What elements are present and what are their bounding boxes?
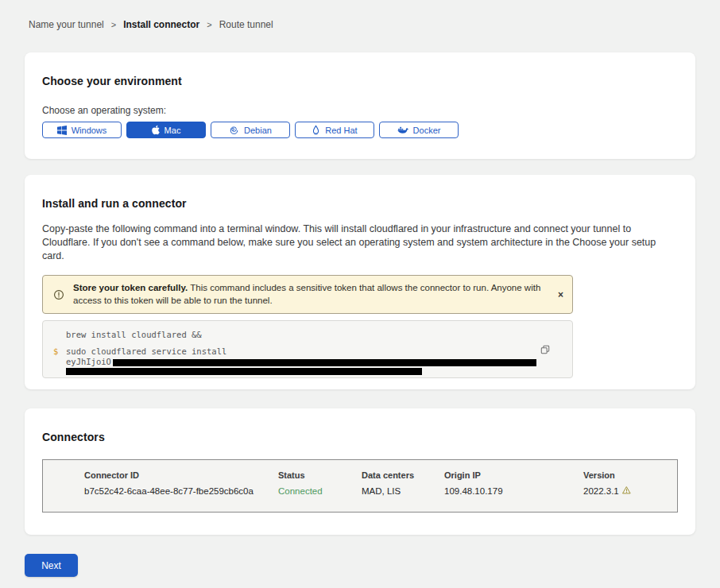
- column-header-data-centers: Data centers: [362, 470, 444, 480]
- breadcrumb-install-connector[interactable]: Install connector: [123, 19, 199, 30]
- os-button-label: Mac: [165, 126, 181, 135]
- os-button-label: Red Hat: [325, 126, 357, 135]
- code-text: sudo cloudflared service install: [66, 346, 226, 357]
- install-command-block: brew install cloudflared && $ sudo cloud…: [42, 320, 573, 378]
- connectors-card: Connectors Connector ID Status Data cent…: [25, 408, 695, 535]
- warning-title: Store your token carefully.: [73, 283, 188, 292]
- connector-id-value: b7c52c42-6caa-48ee-8c77-fbe259cb6c0a: [84, 486, 278, 496]
- column-header-origin-ip: Origin IP: [444, 470, 583, 480]
- copy-command-button[interactable]: [539, 343, 552, 358]
- code-line-2: $ sudo cloudflared service install: [53, 346, 559, 357]
- code-gutter: [53, 330, 66, 340]
- next-button[interactable]: Next: [25, 554, 78, 577]
- code-prompt: $: [53, 346, 66, 357]
- column-header-status: Status: [278, 470, 362, 480]
- os-button-mac[interactable]: Mac: [126, 122, 206, 138]
- status-badge: Connected: [278, 486, 362, 496]
- breadcrumb-name-your-tunnel[interactable]: Name your tunnel: [29, 19, 104, 30]
- os-button-docker[interactable]: Docker: [379, 122, 459, 138]
- install-description: Copy-paste the following command into a …: [42, 222, 678, 263]
- windows-icon: [57, 126, 67, 135]
- install-card-title: Install and run a connector: [42, 197, 678, 210]
- docker-icon: [397, 126, 408, 134]
- os-button-redhat[interactable]: Red Hat: [295, 122, 374, 138]
- column-header-connector-id: Connector ID: [84, 470, 278, 480]
- os-button-label: Docker: [413, 126, 441, 135]
- debian-icon: [229, 125, 239, 135]
- os-button-debian[interactable]: Debian: [211, 122, 290, 138]
- apple-icon: [152, 125, 160, 135]
- breadcrumb-separator: >: [111, 20, 116, 29]
- warning-close-button[interactable]: ×: [558, 290, 563, 300]
- install-connector-card: Install and run a connector Copy-paste t…: [25, 175, 695, 389]
- origin-ip-value: 109.48.10.179: [444, 486, 583, 496]
- data-centers-value: MAD, LIS: [362, 486, 444, 496]
- redhat-icon: [312, 125, 320, 135]
- token-text: eyJhIjoiO: [66, 357, 536, 367]
- code-gutter: [53, 357, 66, 367]
- warning-text: Store your token carefully. This command…: [73, 282, 545, 307]
- os-button-windows[interactable]: Windows: [42, 122, 122, 138]
- connectors-card-title: Connectors: [42, 431, 678, 443]
- os-button-group: Windows Mac Debian Red Hat Docker: [42, 122, 678, 138]
- column-header-version: Version: [583, 470, 677, 480]
- token-warning-banner: Store your token carefully. This command…: [42, 275, 573, 314]
- breadcrumb-separator: >: [207, 20, 211, 29]
- breadcrumb-route-tunnel[interactable]: Route tunnel: [219, 19, 273, 30]
- environment-card: Choose your environment Choose an operat…: [25, 52, 695, 159]
- os-select-label: Choose an operating system:: [42, 105, 678, 116]
- token-redaction-bar: [66, 368, 422, 375]
- table-row: b7c52c42-6caa-48ee-8c77-fbe259cb6c0a Con…: [84, 480, 677, 496]
- version-value: 2022.3.1: [583, 486, 677, 496]
- connectors-table: Connector ID Status Data centers Origin …: [42, 459, 678, 513]
- connectors-table-header: Connector ID Status Data centers Origin …: [84, 470, 677, 480]
- code-token-line: eyJhIjoiO: [53, 357, 559, 367]
- token-redaction-bar: [113, 359, 536, 366]
- breadcrumb: Name your tunnel > Install connector > R…: [0, 0, 720, 29]
- code-line-1: brew install cloudflared &&: [53, 330, 559, 340]
- os-button-label: Debian: [244, 126, 272, 135]
- code-text: brew install cloudflared &&: [66, 330, 202, 340]
- version-warning-icon: [622, 486, 631, 496]
- os-button-label: Windows: [72, 126, 107, 135]
- environment-card-title: Choose your environment: [42, 75, 678, 87]
- alert-circle-icon: [53, 289, 64, 300]
